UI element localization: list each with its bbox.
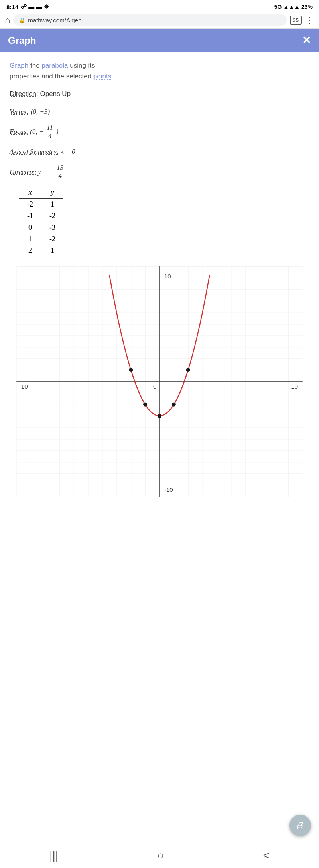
table-row: -1-2 [19,210,63,222]
graph-container: 10 10 0 10 -10 [16,266,303,497]
data-table: x y -21-1-20-31-221 [19,187,63,256]
browser-bar: ⌂ 🔒 mathway.com/Algeb 35 ⋮ [0,12,319,29]
status-bar: 8:14 ☍ ▬ ▬ ☀ 5G ▲▲▲ 23% [0,0,319,12]
svg-point-11 [158,414,161,418]
table-header-y: y [41,187,64,199]
svg-point-10 [143,403,147,407]
table-cell-y: -2 [41,210,64,222]
table-row: 1-2 [19,233,63,245]
table-cell-x: -1 [19,210,41,222]
axis-line: Axis of Symmetry: x = 0 [10,146,309,158]
directrix-y: y = − [38,166,53,178]
svg-text:0: 0 [153,383,156,390]
nav-home-button[interactable]: ○ [157,849,164,862]
focus-label: Focus: [10,126,28,138]
vertex-line: Vertex: (0, −3) [10,106,309,118]
svg-point-9 [129,368,133,372]
content-area: Graph the parabola using itsproperties a… [0,52,319,509]
print-fab[interactable]: 🖨 [289,815,311,836]
intro-graph-word: Graph [10,62,28,69]
table-header-x: x [19,187,41,199]
table-cell-x: -2 [19,198,41,210]
battery-status: 23% [301,4,313,10]
intro-text1: the [30,62,41,69]
focus-close-paren: ) [56,126,59,138]
directrix-label: Directrix: [10,166,36,178]
table-cell-x: 0 [19,222,41,233]
url-bar[interactable]: 🔒 mathway.com/Algeb [13,14,286,26]
signal-icon: ▲▲▲ [283,4,300,10]
intro-points-word: points [93,72,111,80]
svg-text:-10: -10 [164,486,173,493]
svg-point-13 [186,368,190,372]
print-icon: 🖨 [295,820,305,831]
graph-header: Graph ✕ [0,29,319,52]
status-time: 8:14 [6,4,18,10]
focus-line: Focus: (0, − 11 4 ) [10,124,309,141]
graph-svg: 10 10 0 10 -10 [16,266,303,497]
nav-menu-button[interactable]: ||| [49,849,58,862]
directrix-fraction: 13 4 [56,164,64,180]
lock-icon: 🔒 [19,17,26,23]
table-row: -21 [19,198,63,210]
svg-text:10: 10 [291,383,298,390]
table-cell-y: 1 [41,198,64,210]
intro-paragraph: Graph the parabola using itsproperties a… [10,60,309,82]
svg-text:10: 10 [21,383,28,390]
directrix-line: Directrix: y = − 13 4 [10,164,309,180]
table-row: 0-3 [19,222,63,233]
focus-fraction: 11 4 [46,124,54,141]
table-cell-y: 1 [41,245,64,256]
close-button[interactable]: ✕ [302,34,311,47]
tab-count[interactable]: 35 [290,16,302,25]
status-network: 5G [274,4,282,10]
more-button[interactable]: ⋮ [305,15,314,25]
axis-value: x = 0 [61,148,75,155]
focus-open-paren: (0, − [30,126,43,138]
vertex-label: Vertex: [10,108,29,115]
nav-back-button[interactable]: < [263,849,269,862]
intro-parabola-word: parabola [41,62,68,69]
table-cell-x: 1 [19,233,41,245]
url-text: mathway.com/Algeb [28,17,81,23]
direction-value: Opens Up [40,90,71,98]
table-cell-y: -2 [41,233,64,245]
direction-label: Direction: [10,90,38,98]
table-cell-x: 2 [19,245,41,256]
home-button[interactable]: ⌂ [5,15,10,25]
svg-point-12 [172,403,176,407]
table-cell-y: -3 [41,222,64,233]
status-icons: ☍ ▬ ▬ ☀ [21,3,49,10]
table-row: 21 [19,245,63,256]
graph-title: Graph [8,35,36,46]
direction-line: Direction: Opens Up [10,88,309,100]
svg-text:10: 10 [164,273,171,280]
bottom-nav: ||| ○ < [0,843,319,868]
axis-label: Axis of Symmetry: [10,148,59,155]
vertex-value: (0, −3) [31,108,50,115]
